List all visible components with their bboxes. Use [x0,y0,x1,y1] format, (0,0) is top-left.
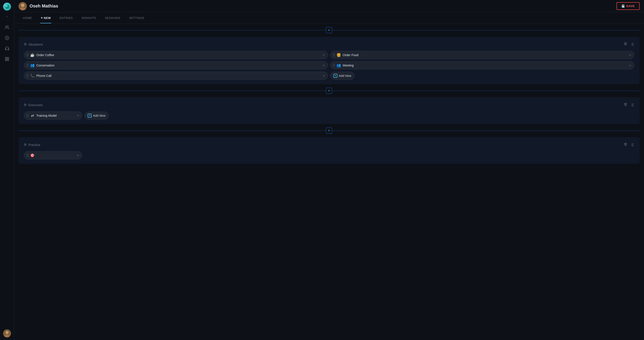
situations-delete-button[interactable] [623,41,628,47]
tag-training-model-close[interactable]: × [77,114,79,117]
drag-handle[interactable] [27,74,28,77]
gear-icon: ⚙ [24,42,27,46]
tag-order-food-input[interactable] [343,53,627,57]
sidebar-item-users[interactable] [3,23,12,32]
coffee-icon: ☕ [30,53,34,57]
tab-new-plus: + [41,16,43,20]
nav-tabs: HOME + NEW ENTRIES INSIGHTS SESSIONS SET… [14,12,644,24]
tag-practice-close[interactable]: × [77,154,79,157]
practice-card-actions [623,142,634,148]
food-icon: 🍔 [336,53,341,57]
tag-order-coffee: ☕ × [24,51,328,59]
tab-settings[interactable]: SETTINGS [125,13,149,23]
tag-training-model-input[interactable] [36,114,75,117]
sep-line-right-2 [332,91,640,91]
tab-entries[interactable]: ENTRIES [55,13,77,23]
svg-point-1 [6,26,7,27]
tag-practice-item: 🎯 × [24,151,82,160]
exercises-more-button[interactable] [631,102,634,107]
svg-point-10 [6,331,8,334]
svg-rect-8 [7,60,8,61]
situations-card-header: ⚙ Situations [24,41,634,47]
tag-training-model: ⇄ × [24,112,82,120]
phone-icon: 📞 [30,74,34,78]
tag-phone-call-close[interactable]: × [322,74,325,78]
add-section-button-bottom[interactable]: + [326,128,332,134]
separator-top: + [18,27,640,33]
practice-icon: 🎯 [30,153,34,158]
app-logo [3,3,11,10]
sidebar-collapse-button[interactable]: › [5,13,9,20]
svg-rect-5 [5,58,6,59]
three-dots-icon [632,43,634,46]
tag-order-coffee-input[interactable] [36,53,321,57]
separator-middle: + [18,88,640,94]
training-icon: ⇄ [30,114,34,118]
tag-phone-call: 📞 × [24,72,328,80]
drag-handle[interactable] [27,114,28,117]
sep-line-left [18,30,326,30]
tag-order-food-close[interactable]: × [629,53,632,57]
exercises-card: ⚙ Exercises [18,97,640,124]
drag-handle[interactable] [27,64,28,67]
add-new-icon-exercises: + [88,114,92,118]
drag-handle[interactable] [27,54,28,56]
tag-phone-call-input[interactable] [36,74,321,78]
save-icon: 💾 [621,4,625,8]
exercises-add-new-button[interactable]: + Add New [84,112,109,120]
drag-handle[interactable] [27,154,28,157]
situations-card-actions [623,41,634,47]
tab-home[interactable]: HOME [18,13,36,23]
drag-handle[interactable] [333,64,335,67]
header-user-name: Oseh Mathias [30,4,616,8]
tag-practice-input[interactable] [36,154,75,157]
tab-insights[interactable]: INSIGHTS [77,13,100,23]
tag-meeting-close[interactable]: × [629,64,632,67]
content-area: + ⚙ Situations [14,24,644,340]
situations-more-button[interactable] [631,42,634,47]
situations-add-new-button[interactable]: + Add New [330,72,354,80]
practice-row-1: 🎯 × [24,151,634,160]
situations-card: ⚙ Situations [18,37,640,84]
sidebar: › [0,0,14,340]
drag-handle[interactable] [333,54,335,56]
situations-row-1: ☕ × 🍔 × [24,51,634,59]
tag-meeting: 👥 × [330,61,634,69]
sep-line-left-3 [18,130,326,131]
tag-order-food: 🍔 × [330,51,634,59]
practice-card: ⚙ Practice [18,137,640,164]
practice-card-title: ⚙ Practice [24,143,40,147]
tag-conversation-input[interactable] [36,64,321,67]
save-button[interactable]: 💾 SAVE [616,2,640,10]
sidebar-item-grid[interactable] [3,54,12,64]
tag-meeting-input[interactable] [343,64,627,67]
add-new-icon: + [334,74,338,78]
practice-delete-button[interactable] [623,142,628,148]
exercises-delete-button[interactable] [623,102,628,108]
separator-bottom: + [18,128,640,134]
svg-point-0 [5,4,9,9]
svg-rect-6 [7,58,8,59]
tag-conversation-close[interactable]: × [322,64,325,67]
practice-card-header: ⚙ Practice [24,142,634,148]
three-dots-icon [632,143,634,146]
practice-more-button[interactable] [631,142,634,147]
exercises-card-title: ⚙ Exercises [24,103,43,107]
tab-sessions[interactable]: SESSIONS [100,13,125,23]
sep-line-left-2 [18,91,326,91]
svg-point-13 [21,4,24,7]
tag-conversation: 👥 × [24,61,328,69]
meeting-icon: 👥 [336,63,341,68]
add-section-button-middle[interactable]: + [326,88,332,94]
exercises-card-header: ⚙ Exercises [24,102,634,108]
conversation-icon: 👥 [30,63,34,68]
sidebar-item-add[interactable] [3,34,12,42]
main-content: Oseh Mathias 💾 SAVE HOME + NEW ENTRIES I… [14,0,644,340]
situations-row-2: 👥 × 👥 × [24,61,634,69]
tab-new[interactable]: + NEW [36,12,55,23]
tag-order-coffee-close[interactable]: × [322,53,325,57]
user-avatar-sidebar[interactable] [3,330,11,337]
sep-line-right [332,30,640,30]
add-section-button-top[interactable]: + [326,27,332,33]
sidebar-item-activity[interactable] [3,44,12,53]
